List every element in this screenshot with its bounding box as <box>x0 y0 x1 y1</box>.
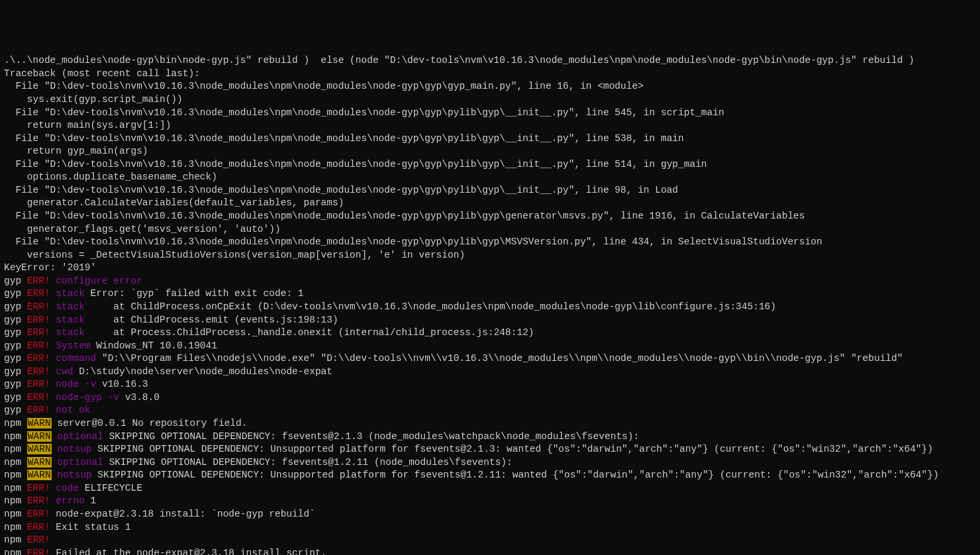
terminal-segment: optional <box>57 431 103 442</box>
terminal-line: generator_flags.get('msvs_version', 'aut… <box>4 223 976 236</box>
terminal-output[interactable]: .\..\node_modules\node-gyp\bin\node-gyp.… <box>4 54 976 555</box>
terminal-segment: Failed at the node-expat@2.3.18 install … <box>50 548 327 555</box>
terminal-segment: npm <box>4 522 27 532</box>
terminal-segment: File "D:\dev-tools\nvm\v10.16.3\node_mod… <box>4 211 805 221</box>
terminal-segment: ERR! <box>27 405 56 415</box>
terminal-segment: npm <box>4 431 27 442</box>
terminal-segment: ERR! <box>27 522 50 532</box>
terminal-segment: File "D:\dev-tools\nvm\v10.16.3\node_mod… <box>4 133 684 144</box>
terminal-segment: generator.CalculateVariables(default_var… <box>4 197 344 208</box>
terminal-segment: server@0.0.1 No repository field. <box>52 418 248 429</box>
terminal-line: gyp ERR! not ok <box>4 404 976 417</box>
terminal-line: File "D:\dev-tools\nvm\v10.16.3\node_mod… <box>4 184 976 197</box>
terminal-segment: npm <box>4 444 27 454</box>
terminal-segment: gyp <box>4 405 27 415</box>
terminal-segment: stack <box>56 301 85 312</box>
terminal-segment: ERR! <box>27 495 50 506</box>
terminal-line: versions = _DetectVisualStudioVersions(v… <box>4 249 976 262</box>
terminal-line: KeyError: '2019' <box>4 262 976 275</box>
terminal-segment: KeyError: '2019' <box>4 262 96 273</box>
terminal-segment: gyp <box>4 392 27 403</box>
terminal-segment: code <box>56 483 79 493</box>
terminal-segment: ERR! <box>27 276 56 286</box>
terminal-line: gyp ERR! stack at ChildProcess.onCpExit … <box>4 301 976 314</box>
terminal-segment: WARN <box>27 444 52 454</box>
terminal-segment: ERR! <box>27 315 56 325</box>
terminal-line: npm ERR! errno 1 <box>4 495 976 508</box>
terminal-segment: return main(sys.argv[1:]) <box>4 120 171 130</box>
terminal-segment: WARN <box>27 470 52 480</box>
terminal-segment: gyp <box>4 366 27 377</box>
terminal-line: generator.CalculateVariables(default_var… <box>4 197 976 210</box>
terminal-segment: at Process.ChildProcess._handle.onexit (… <box>85 327 534 338</box>
terminal-segment: errno <box>56 495 85 506</box>
terminal-segment: File "D:\dev-tools\nvm\v10.16.3\node_mod… <box>4 236 822 247</box>
terminal-line: File "D:\dev-tools\nvm\v10.16.3\node_mod… <box>4 210 976 223</box>
terminal-line: options.duplicate_basename_check) <box>4 171 976 184</box>
terminal-segment: SKIPPING OPTIONAL DEPENDENCY: fsevents@2… <box>103 431 639 442</box>
terminal-line: gyp ERR! configure error <box>4 275 976 288</box>
terminal-segment: .\..\node_modules\node-gyp\bin\node-gyp.… <box>4 55 914 66</box>
terminal-segment: gyp <box>4 340 27 351</box>
terminal-segment: at ChildProcess.emit (events.js:198:13) <box>85 315 338 325</box>
terminal-segment: v10.16.3 <box>96 379 148 389</box>
terminal-segment: stack <box>56 327 85 338</box>
terminal-segment: gyp <box>4 288 27 299</box>
terminal-segment: SKIPPING OPTIONAL DEPENDENCY: fsevents@1… <box>103 457 513 468</box>
terminal-segment: optional <box>57 457 103 468</box>
terminal-segment: ERR! <box>27 327 56 338</box>
terminal-segment: node -v <box>56 379 96 389</box>
terminal-segment: not ok <box>56 405 90 415</box>
terminal-segment: ERR! <box>27 340 56 351</box>
terminal-segment: notsup <box>57 470 91 480</box>
terminal-line: return main(sys.argv[1:]) <box>4 119 976 132</box>
terminal-segment: npm <box>4 495 27 506</box>
terminal-line: gyp ERR! stack at Process.ChildProcess._… <box>4 327 976 340</box>
terminal-line: npm ERR! node-expat@2.3.18 install: `nod… <box>4 508 976 521</box>
terminal-segment: WARN <box>27 418 52 429</box>
terminal-segment: npm <box>4 548 27 555</box>
terminal-line: File "D:\dev-tools\nvm\v10.16.3\node_mod… <box>4 158 976 172</box>
terminal-segment: versions = _DetectVisualStudioVersions(v… <box>4 250 465 260</box>
terminal-segment: npm <box>4 509 27 519</box>
terminal-segment: return gyp_main(args) <box>4 146 148 156</box>
terminal-segment: at ChildProcess.onCpExit (D:\dev-tools\n… <box>85 301 776 312</box>
terminal-line: npm ERR! code ELIFECYCLE <box>4 482 976 495</box>
terminal-segment: 1 <box>85 495 96 506</box>
terminal-segment: generator_flags.get('msvs_version', 'aut… <box>4 224 281 234</box>
terminal-line: Traceback (most recent call last): <box>4 68 976 81</box>
terminal-segment: cwd <box>56 366 73 377</box>
terminal-line: gyp ERR! stack Error: `gyp` failed with … <box>4 287 976 301</box>
terminal-segment: command <box>56 353 96 364</box>
terminal-line: npm WARN optional SKIPPING OPTIONAL DEPE… <box>4 456 976 470</box>
terminal-segment: File "D:\dev-tools\nvm\v10.16.3\node_mod… <box>4 107 724 118</box>
terminal-line: npm WARN server@0.0.1 No repository fiel… <box>4 417 976 430</box>
terminal-segment: Error: `gyp` failed with exit code: 1 <box>85 288 304 299</box>
terminal-segment: ERR! <box>27 534 50 545</box>
terminal-line: npm ERR! Exit status 1 <box>4 521 976 534</box>
terminal-segment: gyp <box>4 379 27 389</box>
terminal-line: npm WARN notsup SKIPPING OPTIONAL DEPEND… <box>4 443 976 456</box>
terminal-segment: SKIPPING OPTIONAL DEPENDENCY: Unsupporte… <box>92 444 933 454</box>
terminal-segment: File "D:\dev-tools\nvm\v10.16.3\node_mod… <box>4 185 678 195</box>
terminal-segment: WARN <box>27 457 52 468</box>
terminal-segment: v3.8.0 <box>119 392 160 403</box>
terminal-segment: notsup <box>57 444 91 454</box>
terminal-segment: npm <box>4 418 27 429</box>
terminal-segment: gyp <box>4 327 27 338</box>
terminal-line: File "D:\dev-tools\nvm\v10.16.3\node_mod… <box>4 132 976 146</box>
terminal-line: gyp ERR! System Windows_NT 10.0.19041 <box>4 340 976 353</box>
terminal-segment: gyp <box>4 353 27 364</box>
terminal-line: npm ERR! <box>4 534 976 547</box>
terminal-line: File "D:\dev-tools\nvm\v10.16.3\node_mod… <box>4 80 976 93</box>
terminal-segment: npm <box>4 470 27 480</box>
terminal-segment: gyp <box>4 315 27 325</box>
terminal-line: gyp ERR! node-gyp -v v3.8.0 <box>4 391 976 405</box>
terminal-segment: WARN <box>27 431 52 442</box>
terminal-segment: gyp <box>4 301 27 312</box>
terminal-segment: ERR! <box>27 509 50 519</box>
terminal-line: File "D:\dev-tools\nvm\v10.16.3\node_mod… <box>4 107 976 120</box>
terminal-line: sys.exit(gyp.script_main()) <box>4 93 976 107</box>
terminal-line: gyp ERR! command "D:\\Program Files\\nod… <box>4 352 976 366</box>
terminal-segment: node-gyp -v <box>56 392 119 403</box>
